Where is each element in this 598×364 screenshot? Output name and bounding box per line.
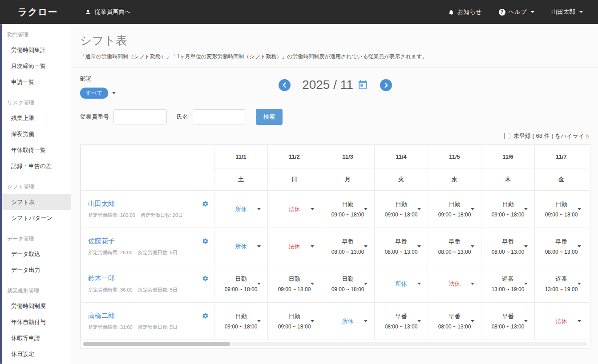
caret-down-icon — [578, 320, 581, 322]
shift-cell[interactable]: 法休 — [535, 303, 588, 340]
caret-down-icon — [311, 245, 314, 248]
sidebar-item[interactable]: シフトパターン — [0, 210, 71, 226]
scrollbar-thumb[interactable] — [83, 342, 230, 346]
shift-cell[interactable]: 早番08:00 ~ 13:00 — [375, 228, 428, 265]
department-pill: すべて — [80, 88, 108, 99]
sidebar-item[interactable]: 記録・申告の差 — [0, 158, 71, 174]
shift-label: 早番 — [481, 238, 534, 246]
shift-cell[interactable]: 早番08:00 ~ 13:00 — [428, 303, 481, 340]
employee-name-link[interactable]: 高橋二郎 — [88, 312, 115, 320]
scheduled-hours: 所定労働時間: 36:00 — [88, 287, 133, 293]
sidebar-item[interactable]: シフト表 — [0, 194, 71, 210]
department-select[interactable]: すべて — [80, 88, 116, 99]
shift-cell[interactable]: 早番08:00 ~ 13:00 — [481, 303, 535, 340]
sidebar-item[interactable]: データ出力 — [0, 262, 71, 278]
horizontal-scrollbar[interactable] — [83, 342, 587, 346]
shift-label: 日勤 — [214, 275, 267, 283]
clipped-column — [588, 145, 590, 191]
sidebar-scrollbar[interactable] — [0, 24, 2, 364]
employee-meta: 所定労働時間: 160:00所定労働日数: 20日 — [88, 212, 209, 219]
help-menu[interactable]: ? ヘルプ — [499, 8, 534, 16]
shift-cell[interactable]: 日勤09:00 ~ 18:00 — [428, 191, 481, 228]
sidebar-item[interactable]: 休暇等申請 — [0, 330, 71, 346]
chevron-down-icon — [579, 11, 583, 13]
shift-label: 遅番 — [535, 275, 588, 283]
shift-cell[interactable]: 所休 — [375, 265, 428, 303]
sidebar-item[interactable]: 申請一覧 — [0, 74, 71, 90]
search-button[interactable]: 検索 — [256, 109, 283, 125]
shift-cell[interactable]: 法休 — [268, 191, 321, 228]
sidebar-item[interactable]: 労働時間制度 — [0, 298, 71, 314]
shift-cell[interactable]: 所休 — [214, 191, 268, 228]
employee-screen-link[interactable]: 従業員画面へ — [85, 8, 130, 16]
shift-cell[interactable]: 法休 — [428, 265, 481, 303]
bell-icon — [448, 9, 454, 16]
prev-month-button[interactable] — [279, 79, 291, 91]
employee-name-link[interactable]: 鈴木一郎 — [88, 274, 115, 283]
sidebar-nav: 勤怠管理労働時間集計月次締め一覧申請一覧リスク管理残業上限深夜労働年休取得一覧記… — [0, 24, 71, 364]
shift-cell[interactable]: 日勤09:00 ~ 18:00 — [481, 191, 535, 228]
shift-cell[interactable]: 早番08:00 ~ 13:00 — [321, 228, 375, 265]
gear-icon[interactable] — [202, 238, 209, 244]
chevron-left-icon — [282, 82, 287, 88]
highlight-unregistered-checkbox[interactable] — [504, 133, 510, 139]
scheduled-hours: 所定労働時間: 25:00 — [88, 249, 133, 256]
shift-time: 08:00 ~ 13:00 — [321, 249, 374, 255]
sidebar-item[interactable]: 年休取得一覧 — [0, 142, 71, 158]
shift-cell[interactable]: 早番08:00 ~ 13:00 — [481, 228, 535, 265]
caret-down-icon — [471, 320, 474, 322]
topbar-right: お知らせ ? ヘルプ 山田太郎 — [448, 8, 583, 16]
shift-cell[interactable]: 早番08:00 ~ 13:00 — [428, 228, 481, 265]
shift-cell[interactable]: 早番08:00 ~ 13:00 — [535, 228, 588, 265]
employee-name-link[interactable]: 山田太郎 — [88, 200, 115, 208]
shift-cell[interactable]: 日勤09:00 ~ 18:00 — [321, 191, 375, 228]
next-month-button[interactable] — [380, 79, 392, 91]
date-header: 11/1 — [214, 145, 268, 168]
help-label: ヘルプ — [509, 8, 527, 16]
shift-cell[interactable]: 日勤09:00 ~ 18:00 — [375, 191, 428, 228]
shift-label: 早番 — [375, 238, 428, 246]
clipped-cell — [588, 265, 590, 303]
shift-time: 08:00 ~ 13:00 — [481, 249, 534, 255]
shift-cell[interactable]: 所休 — [321, 303, 375, 340]
sidebar-item[interactable]: 休日設定 — [0, 346, 71, 362]
sidebar-item[interactable]: 月次締め一覧 — [0, 58, 71, 74]
gear-icon[interactable] — [202, 200, 209, 207]
user-menu[interactable]: 山田太郎 — [551, 8, 583, 16]
shift-time: 09:00 ~ 18:00 — [214, 286, 267, 292]
shift-cell[interactable]: 所休 — [214, 228, 268, 265]
sidebar-item[interactable]: データ取込 — [0, 246, 71, 262]
shift-cell[interactable]: 日勤09:00 ~ 18:00 — [321, 265, 375, 303]
shift-label: 日勤 — [375, 200, 428, 208]
shift-cell[interactable]: 遅番13:00 ~ 19:00 — [535, 265, 588, 303]
employee-row: 山田太郎所定労働時間: 160:00所定労働日数: 20日所休法休日勤09:00… — [81, 191, 590, 228]
employee-number-input[interactable] — [113, 109, 167, 124]
sidebar-section-title: 組織設定 — [0, 362, 71, 364]
shift-cell[interactable]: 早番08:00 ~ 13:00 — [375, 303, 428, 340]
sidebar-item[interactable]: 深夜労働 — [0, 126, 71, 142]
calendar-icon[interactable] — [357, 80, 368, 91]
shift-cell[interactable]: 遅番13:00 ~ 19:00 — [481, 265, 535, 303]
sidebar-item[interactable]: 労働時間集計 — [0, 42, 71, 58]
shift-cell[interactable]: 法休 — [268, 228, 321, 265]
employee-number-label: 従業員番号 — [80, 113, 109, 121]
name-input[interactable] — [193, 109, 246, 124]
notifications-link[interactable]: お知らせ — [448, 8, 482, 16]
shift-table: 11/111/211/311/411/511/611/7 土日月火水木金 山田太… — [80, 144, 590, 349]
shift-cell[interactable]: 日勤09:00 ~ 18:00 — [268, 265, 321, 303]
employee-name-link[interactable]: 佐藤花子 — [88, 237, 115, 245]
day-header: 金 — [535, 168, 588, 191]
gear-icon[interactable] — [202, 275, 209, 282]
caret-down-icon — [311, 283, 314, 285]
shift-cell[interactable]: 日勤09:00 ~ 18:00 — [214, 265, 268, 303]
gear-icon[interactable] — [202, 312, 209, 319]
shift-cell[interactable]: 日勤09:00 ~ 18:00 — [535, 191, 588, 228]
shift-cell[interactable]: 日勤09:00 ~ 18:00 — [214, 303, 268, 340]
app-logo[interactable]: ラクロー — [18, 6, 57, 18]
layout: 勤怠管理労働時間集計月次締め一覧申請一覧リスク管理残業上限深夜労働年休取得一覧記… — [0, 24, 598, 364]
date-header: 11/3 — [321, 145, 375, 168]
sidebar-item[interactable]: 残業上限 — [0, 110, 71, 126]
caret-down-icon — [257, 245, 261, 248]
sidebar-item[interactable]: 年休自動付与 — [0, 314, 71, 330]
shift-cell[interactable]: 日勤09:00 ~ 18:00 — [268, 303, 321, 340]
